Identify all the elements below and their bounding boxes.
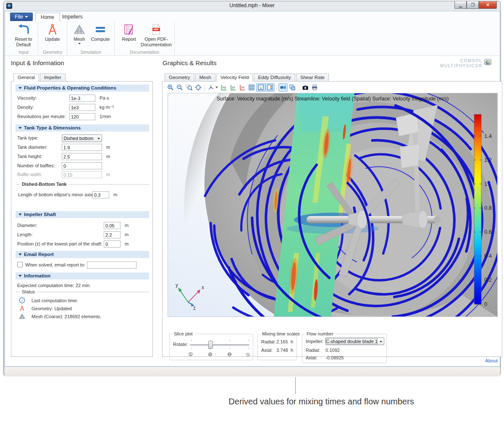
mixing-time-group: Mixing time scales Radial: 2.165 h Axial… — [257, 334, 297, 360]
field-label: Revolutions per minute: — [17, 114, 66, 119]
graphics-panel: xy yz zx — [162, 81, 502, 357]
maximize-button[interactable]: ❐ — [467, 1, 479, 9]
scene-toggle-button[interactable] — [256, 83, 265, 92]
tab-mesh[interactable]: Mesh — [195, 74, 215, 81]
field-unit: Pa·s — [100, 95, 109, 100]
left-panel-title: Input & Information — [11, 59, 64, 66]
view-zx-button[interactable]: zx — [238, 83, 247, 92]
mesh-button[interactable]: Mesh — [70, 22, 89, 45]
email-input[interactable] — [87, 261, 136, 269]
snapshot-button[interactable] — [301, 83, 310, 92]
flow-axial-label: Axial: — [306, 355, 317, 360]
tank-type-dropdown[interactable]: Dished bottom — [62, 135, 102, 142]
minor-axis-input[interactable] — [92, 191, 109, 198]
app-window: Untitled.mph - Mixer ▁ ❐ ✕ File Home Imp… — [3, 1, 501, 375]
tab-shear-rate[interactable]: Shear Rate — [296, 74, 329, 81]
grid-button[interactable] — [247, 83, 256, 92]
colorbar-tick: 0 — [484, 301, 487, 307]
colorbar-tick: 0.4 — [484, 253, 492, 259]
tab-impeller[interactable]: Impeller — [40, 74, 66, 81]
tab-eddy-diffusivity[interactable]: Eddy Diffusivity — [254, 74, 295, 81]
close-button[interactable]: ✕ — [479, 1, 497, 9]
minimize-button[interactable]: ▁ — [454, 1, 467, 9]
zoom-box-button[interactable] — [184, 83, 194, 92]
tab-impellers[interactable]: Impellers — [57, 13, 88, 21]
shaft-length-input[interactable] — [104, 231, 121, 238]
print-button[interactable] — [310, 83, 319, 92]
expected-time-value: 22 min. — [76, 283, 91, 288]
field-label: Tank diameter: — [17, 145, 47, 150]
zoom-out-button[interactable] — [175, 83, 184, 92]
open-pdf-documentation-button[interactable]: PDF Open PDF- Documentation — [141, 22, 172, 47]
colorbar-tick: 1 — [484, 181, 487, 187]
dished-bottom-fieldset: Dished-Bottom Tank Length of bottom elli… — [16, 184, 149, 204]
velocity-field-plot: Surface: Velocity magnitude (m/s) Stream… — [168, 93, 497, 317]
ribbon-group-label: Geometry — [41, 49, 64, 56]
toolbar-separator — [205, 84, 205, 91]
zoom-extents-button[interactable] — [194, 83, 203, 92]
update-geometry-button[interactable]: Update — [41, 22, 64, 42]
tab-general[interactable]: General — [13, 74, 39, 82]
zoom-in-button[interactable] — [166, 83, 175, 92]
mixing-radial-value: 2.165 — [276, 339, 288, 344]
svg-text:yz: yz — [232, 85, 235, 89]
reset-to-default-button[interactable]: Reset to Default — [12, 22, 35, 47]
shaft-position-input[interactable] — [104, 240, 121, 248]
viscosity-input[interactable] — [69, 95, 95, 102]
tab-geometry[interactable]: Geometry — [165, 74, 194, 81]
density-input[interactable] — [69, 104, 95, 111]
rotate-slider-track[interactable] — [190, 344, 249, 346]
status-fieldset: Status i Last computation time: Geometry… — [16, 292, 149, 327]
colorbar-tick: 1.2 — [484, 157, 492, 163]
info-icon: i — [19, 297, 26, 304]
field-label: Position (z) of the lowest part of the s… — [17, 241, 102, 246]
baffles-input[interactable] — [62, 162, 102, 169]
shaft-diameter-input[interactable] — [104, 222, 121, 229]
pdf-icon: PDF — [151, 23, 162, 36]
section-tank[interactable]: Tank Type & Dimensions — [16, 124, 149, 132]
ribbon-group-simulation: Mesh Compute Simulation — [67, 21, 115, 56]
tab-home[interactable]: Home — [35, 13, 60, 21]
window-status-strip — [5, 367, 500, 376]
flow-radial-label: Radial: — [306, 348, 320, 353]
view-yz-button[interactable]: yz — [228, 83, 238, 92]
field-unit: m — [106, 154, 110, 159]
about-link[interactable]: About — [485, 358, 498, 363]
graphics-canvas[interactable]: Surface: Velocity magnitude (m/s) Stream… — [168, 93, 498, 317]
color-legend-toggle-button[interactable] — [265, 83, 275, 92]
section-fluid-properties[interactable]: Fluid Properties & Operating Conditions — [16, 84, 149, 92]
rotate-label: Rotate: — [173, 342, 188, 347]
plot-title: Surface: Velocity magnitude (m/s) Stream… — [217, 96, 449, 102]
title-bar[interactable]: Untitled.mph - Mixer ▁ ❐ ✕ — [4, 1, 500, 11]
compute-button[interactable]: Compute — [89, 22, 112, 42]
mixing-axial-unit: h — [291, 348, 293, 353]
tab-velocity-field[interactable]: Velocity Field — [216, 74, 253, 82]
field-unit: 1/min — [100, 114, 111, 119]
colorbar-tick: 0.2 — [484, 277, 492, 283]
colorbar-tick: 0.6 — [484, 229, 492, 235]
rotate-slider-handle[interactable] — [208, 341, 213, 349]
rpm-input[interactable] — [69, 113, 95, 120]
transparency-button[interactable] — [288, 83, 297, 92]
colorbar-tick: 0.8 — [484, 205, 492, 211]
section-email-report[interactable]: Email Report — [16, 251, 149, 258]
equals-icon — [94, 23, 107, 36]
report-icon — [123, 23, 135, 36]
email-checkbox[interactable] — [17, 262, 23, 267]
mixing-radial-unit: h — [291, 339, 293, 344]
tank-diameter-input[interactable] — [62, 144, 102, 151]
collapse-icon — [18, 214, 22, 216]
report-button[interactable]: Report — [117, 22, 141, 42]
section-impeller-shaft[interactable]: Impeller Shaft — [16, 211, 149, 218]
field-unit: m — [125, 223, 129, 228]
go-to-view-button[interactable] — [207, 83, 219, 92]
section-information[interactable]: Information — [16, 272, 149, 280]
scene-light-button[interactable] — [278, 83, 288, 92]
tank-height-input[interactable] — [62, 153, 102, 160]
view-xy-button[interactable]: xy — [219, 83, 228, 92]
status-row: Mesh (Coarse): 218692 elements. — [19, 313, 145, 321]
impeller-dropdown[interactable]: C-shaped double blade 1 — [326, 338, 384, 345]
field-unit: m — [125, 241, 129, 246]
file-menu-button[interactable]: File — [10, 13, 33, 21]
toolbar-separator — [276, 84, 277, 91]
